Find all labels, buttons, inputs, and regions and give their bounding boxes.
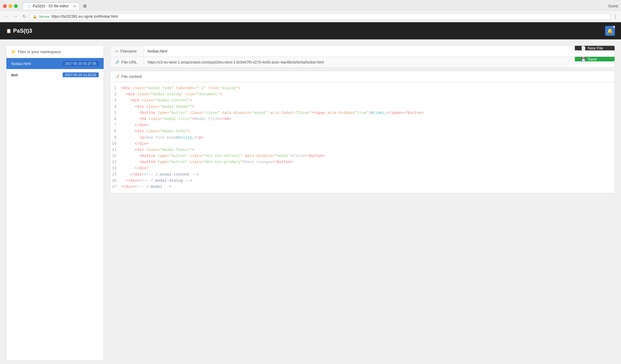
browser-chrome: 📄 PaS(t)3 - S3 file editor ✕ ⊕ Guest ← →… [0, 0, 621, 22]
bell-icon: 🔔 [607, 28, 613, 34]
notification-button[interactable]: 🔔 [605, 26, 615, 36]
file-name-test: test [11, 73, 18, 77]
tab-close-button[interactable]: ✕ [73, 4, 76, 8]
url-display: https://fa332391.eu.ngrok.io/#foobar.htm… [51, 14, 118, 19]
fileurl-label: 🔗 File-URL [110, 57, 144, 67]
file-name-foobar: foobar.html [11, 61, 31, 66]
code-line-10: 10 </div> [110, 141, 615, 147]
code-line-17: 17 </div><!-- /.modal --> [110, 184, 615, 190]
sidebar-title: 📁 Files in your namespace [6, 46, 104, 58]
sidebar-title-text: Files in your namespace [18, 49, 61, 54]
code-editor[interactable]: 1 <div class="modal fade" tabindex="-1" … [110, 82, 615, 193]
forward-button[interactable]: → [12, 13, 19, 20]
tab-title: PaS(t)3 - S3 file editor [33, 4, 69, 8]
app-header: 📋 PaS(t)3 🔔 [0, 22, 621, 39]
close-traffic-light[interactable] [3, 4, 7, 8]
main-layout: 📁 Files in your namespace foobar.html 20… [0, 39, 621, 364]
editor-panel: 🏷 Filename 📄 New File 🔗 File- [110, 46, 615, 361]
sidebar: 📁 Files in your namespace foobar.html 20… [6, 46, 104, 361]
browser-navbar: ← → ↻ 🔒 Secure https://fa332391.eu.ngrok… [0, 11, 621, 22]
code-line-15: 15 </div><!-- /.modal-content --> [110, 172, 615, 178]
new-file-button[interactable]: 📄 New File [575, 46, 615, 50]
code-line-16: 16 </div><!-- /.modal-dialog --> [110, 178, 615, 184]
notification-icon: 🔔 [605, 26, 615, 36]
refresh-button[interactable]: ↻ [21, 13, 28, 20]
folder-icon: 📁 [11, 50, 16, 54]
link-icon: 🔗 [115, 60, 119, 64]
tag-icon: 🏷 [115, 49, 119, 53]
app-logo-text: PaS(t)3 [13, 28, 32, 34]
code-line-1: 1 <div class="modal fade" tabindex="-1" … [110, 85, 615, 91]
traffic-lights [3, 4, 18, 8]
active-tab[interactable]: 📄 PaS(t)3 - S3 file editor ✕ [23, 2, 80, 9]
maximize-traffic-light[interactable] [14, 4, 18, 8]
secure-label: Secure [39, 15, 50, 18]
file-content-label: File content [121, 74, 142, 79]
code-line-13: 13 <button type="button" class="btn btn-… [110, 159, 615, 165]
filename-input[interactable] [144, 46, 575, 56]
code-section: 📝 File content 1 <div class="modal fade"… [110, 71, 615, 193]
fileurl-value: https://s3-eu-west-1.amazonaws.com/past3… [144, 57, 575, 67]
tab-icon: 📄 [27, 4, 31, 8]
app-logo: 📋 PaS(t)3 [6, 28, 32, 34]
secure-lock-icon: 🔒 [33, 15, 37, 19]
code-line-14: 14 </div> [110, 165, 615, 171]
editor-fields-card: 🏷 Filename 📄 New File 🔗 File- [110, 46, 615, 68]
code-line-4: 4 <div class="modal-header"> [110, 104, 615, 110]
code-line-8: 8 <div class="modal-body"> [110, 128, 615, 134]
browser-user-label: Guest [608, 4, 618, 8]
tab-bar: 📄 PaS(t)3 - S3 file editor ✕ ⊕ [23, 2, 606, 9]
app-container: 📋 PaS(t)3 🔔 📁 Files in your namespace fo… [0, 22, 621, 364]
save-icon: 💾 [581, 57, 586, 61]
file-list: foobar.html 2017-01-15 01:27:35 test 201… [6, 58, 104, 81]
filename-label: 🏷 Filename [110, 46, 144, 56]
code-line-5: 5 <button type="button" class="close" da… [110, 110, 615, 116]
code-icon: 📝 [115, 75, 119, 78]
code-line-9: 9 <p>One fine body&hellip;</p> [110, 135, 615, 141]
file-item-test[interactable]: test 2017-01-15 11:23:31 [6, 69, 104, 81]
code-line-7: 7 </div> [110, 122, 615, 128]
file-plus-icon: 📄 [581, 46, 586, 50]
file-timestamp-foobar: 2017-01-15 01:27:35 [63, 61, 99, 66]
browser-more-button[interactable]: ⋮ [613, 14, 618, 20]
code-line-12: 12 <button type="button" class="btn btn-… [110, 153, 615, 159]
minimize-traffic-light[interactable] [9, 4, 12, 8]
file-item-foobar[interactable]: foobar.html 2017-01-15 01:27:35 [6, 58, 104, 69]
logo-file-icon: 📋 [6, 28, 11, 33]
code-line-11: 11 <div class="modal-footer"> [110, 147, 615, 153]
back-button[interactable]: ← [3, 13, 10, 20]
browser-titlebar: 📄 PaS(t)3 - S3 file editor ✕ ⊕ Guest [0, 0, 621, 11]
code-section-header: 📝 File content [110, 71, 615, 82]
address-bar[interactable]: 🔒 Secure https://fa332391.eu.ngrok.io/#f… [30, 13, 611, 20]
file-timestamp-test: 2017-01-15 11:23:31 [63, 72, 99, 77]
save-button[interactable]: 💾 Save [575, 57, 615, 61]
code-line-2: 2 <div class="modal-dialog" role="docume… [110, 91, 615, 97]
new-tab-button[interactable]: ⊕ [82, 3, 88, 9]
app-header-right: 🔔 [605, 26, 615, 36]
code-line-6: 6 <h4 class="modal-title">Modal title</h… [110, 116, 615, 122]
code-line-3: 3 <div class="modal-content"> [110, 97, 615, 104]
